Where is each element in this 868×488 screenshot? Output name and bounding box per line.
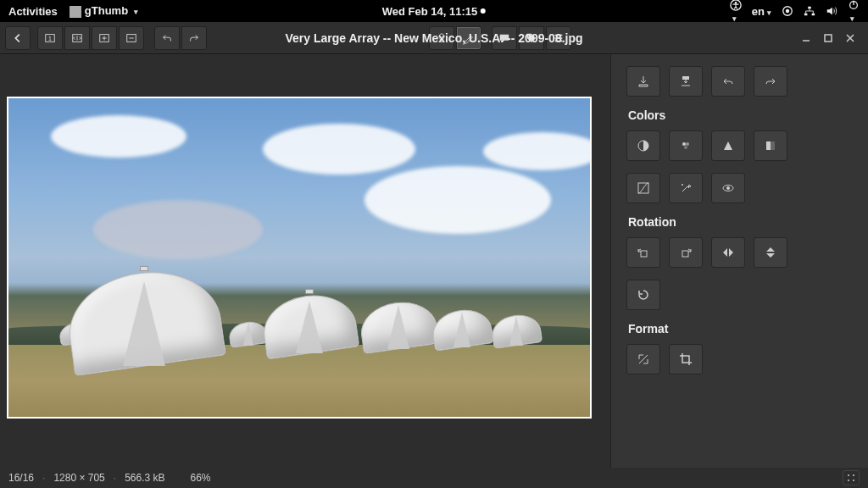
status-dimensions: 1280 × 705 xyxy=(53,472,104,484)
desaturate-button[interactable] xyxy=(754,130,787,161)
svg-text:1: 1 xyxy=(48,35,52,41)
fit-window-button[interactable] xyxy=(64,26,90,50)
svg-rect-5 xyxy=(804,14,808,16)
svg-point-32 xyxy=(848,480,849,481)
power-menu[interactable] xyxy=(848,0,860,24)
gthumb-app-icon xyxy=(70,6,81,18)
svg-rect-16 xyxy=(825,35,832,42)
svg-point-3 xyxy=(786,9,789,13)
network-icon[interactable] xyxy=(804,5,815,17)
minimize-button[interactable] xyxy=(798,30,814,46)
status-bar: 16/16 · 1280 × 705 · 566.3 kB 66% xyxy=(0,468,868,488)
input-language-menu[interactable]: en xyxy=(752,5,771,18)
svg-rect-22 xyxy=(766,141,771,150)
save-button[interactable] xyxy=(626,66,660,97)
status-index: 16/16 xyxy=(8,472,34,484)
close-button[interactable] xyxy=(843,30,858,46)
svg-point-1 xyxy=(735,2,737,4)
svg-point-21 xyxy=(684,146,687,149)
status-zoom: 66% xyxy=(191,472,211,484)
undo-button[interactable] xyxy=(154,26,180,50)
rotate-left-button[interactable] xyxy=(626,237,660,268)
svg-point-27 xyxy=(726,186,730,190)
accessibility-menu[interactable] xyxy=(730,0,742,24)
window-title: Very Large Array -- New Mexico, U.S.A. -… xyxy=(285,31,582,45)
back-button[interactable] xyxy=(5,26,31,50)
svg-point-19 xyxy=(682,142,686,146)
volume-icon[interactable] xyxy=(826,5,837,17)
colors-section-label: Colors xyxy=(628,108,853,122)
activities-button[interactable]: Activities xyxy=(8,5,58,18)
svg-point-20 xyxy=(686,142,689,146)
negative-button[interactable] xyxy=(711,173,745,203)
svg-rect-23 xyxy=(771,141,775,150)
svg-rect-29 xyxy=(682,251,688,257)
flip-horizontal-button[interactable] xyxy=(711,237,745,268)
maximize-button[interactable] xyxy=(821,30,836,46)
save-as-button[interactable] xyxy=(669,66,703,97)
svg-point-31 xyxy=(853,474,854,476)
svg-point-25 xyxy=(682,184,683,186)
svg-point-30 xyxy=(848,474,849,476)
svg-rect-28 xyxy=(641,251,647,257)
notification-dot-icon xyxy=(481,8,486,14)
svg-rect-4 xyxy=(808,7,811,9)
crop-button[interactable] xyxy=(669,344,703,374)
equalize-button[interactable] xyxy=(711,130,745,161)
panel-redo-button[interactable] xyxy=(754,66,787,97)
fit-width-button[interactable]: 1 xyxy=(37,26,63,50)
gnome-top-bar: Activities gThumb Wed Feb 14, 11:15 en xyxy=(0,0,868,22)
image-viewer[interactable] xyxy=(0,54,610,468)
adjust-contrast-button[interactable] xyxy=(626,130,660,161)
flip-vertical-button[interactable] xyxy=(754,237,787,268)
edit-side-panel: Colors Rotation Format xyxy=(610,54,868,468)
thumbnail-strip-button[interactable] xyxy=(843,470,860,485)
displayed-image xyxy=(7,97,592,419)
curves-button[interactable] xyxy=(626,173,660,203)
adjust-colors-button[interactable] xyxy=(669,130,703,161)
clock[interactable]: Wed Feb 14, 11:15 xyxy=(382,5,477,18)
zoom-in-button[interactable] xyxy=(92,26,117,50)
format-section-label: Format xyxy=(628,322,853,336)
zoom-out-button[interactable] xyxy=(119,26,144,50)
panel-undo-button[interactable] xyxy=(711,66,745,97)
app-toolbar: 1 Very Large Array -- New Mexico, U.S.A.… xyxy=(0,22,868,54)
svg-point-33 xyxy=(853,480,854,481)
svg-rect-6 xyxy=(812,14,815,16)
app-menu[interactable]: gThumb xyxy=(70,4,138,18)
screen-record-icon[interactable] xyxy=(782,5,793,17)
redo-button[interactable] xyxy=(181,26,207,50)
svg-rect-17 xyxy=(682,76,689,80)
rotation-section-label: Rotation xyxy=(628,215,853,229)
resize-button[interactable] xyxy=(626,344,660,374)
rotate-right-button[interactable] xyxy=(669,237,703,268)
enhance-button[interactable] xyxy=(669,173,703,203)
free-rotate-button[interactable] xyxy=(626,280,660,310)
status-filesize: 566.3 kB xyxy=(125,472,164,484)
